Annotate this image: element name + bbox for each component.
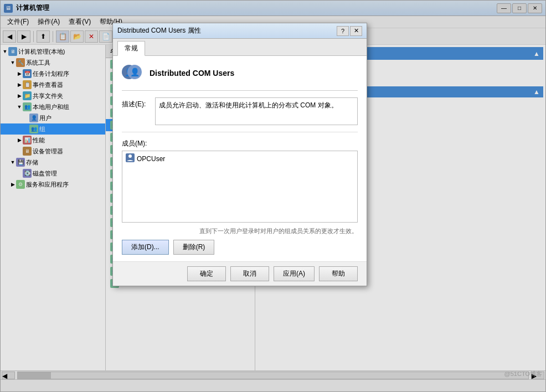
group-display-name: Distributed COM Users	[150, 69, 234, 78]
dialog-title: Distributed COM Users 属性	[117, 26, 337, 35]
main-window: 🖥 计算机管理 — □ ✕ 文件(F) 操作(A) 查看(V) 帮助(H) ◀ …	[0, 0, 546, 392]
group-header: 👤 👤 Distributed COM Users	[122, 63, 358, 91]
group-large-icon: 👤 👤	[122, 63, 143, 84]
ok-button[interactable]: 确定	[187, 266, 226, 281]
cancel-button[interactable]: 取消	[230, 266, 269, 281]
dialog-close-btn[interactable]: ✕	[350, 26, 362, 36]
desc-label: 描述(E):	[122, 97, 155, 109]
members-list: OPCUser	[122, 151, 358, 223]
dialog-content: 👤 👤 Distributed COM Users 描述(E): 成员允许启动、…	[113, 56, 367, 261]
tab-general[interactable]: 常规	[117, 41, 145, 56]
dialog-footer: 确定 取消 应用(A) 帮助	[113, 261, 367, 286]
desc-box[interactable]: 成员允许启动、激活和使用此计算机上的分布式 COM 对象。	[155, 97, 358, 125]
svg-point-1	[128, 154, 132, 158]
apply-button[interactable]: 应用(A)	[274, 266, 315, 281]
desc-section: 描述(E): 成员允许启动、激活和使用此计算机上的分布式 COM 对象。	[122, 97, 358, 132]
add-button[interactable]: 添加(D)...	[122, 240, 169, 255]
member-icon	[126, 153, 135, 164]
members-buttons: 添加(D)... 删除(R)	[122, 240, 358, 255]
dialog-tabs: 常规	[113, 39, 367, 56]
properties-dialog: Distributed COM Users 属性 ? ✕ 常规 👤 👤	[112, 23, 367, 286]
members-note: 直到下一次用户登录时对用户的组成员关系的更改才生效。	[122, 227, 358, 235]
members-section: 成员(M): OPCUser	[122, 139, 358, 223]
member-item[interactable]: OPCUser	[123, 152, 356, 165]
dialog-help-btn[interactable]: ?	[337, 26, 349, 36]
remove-button[interactable]: 删除(R)	[173, 240, 215, 255]
help-footer-button[interactable]: 帮助	[319, 266, 358, 281]
dialog-title-bar: Distributed COM Users 属性 ? ✕	[113, 23, 367, 39]
dialog-backdrop: Distributed COM Users 属性 ? ✕ 常规 👤 👤	[1, 1, 545, 391]
members-label: 成员(M):	[122, 139, 358, 148]
member-name: OPCUser	[137, 155, 165, 163]
dialog-title-buttons: ? ✕	[337, 26, 362, 36]
